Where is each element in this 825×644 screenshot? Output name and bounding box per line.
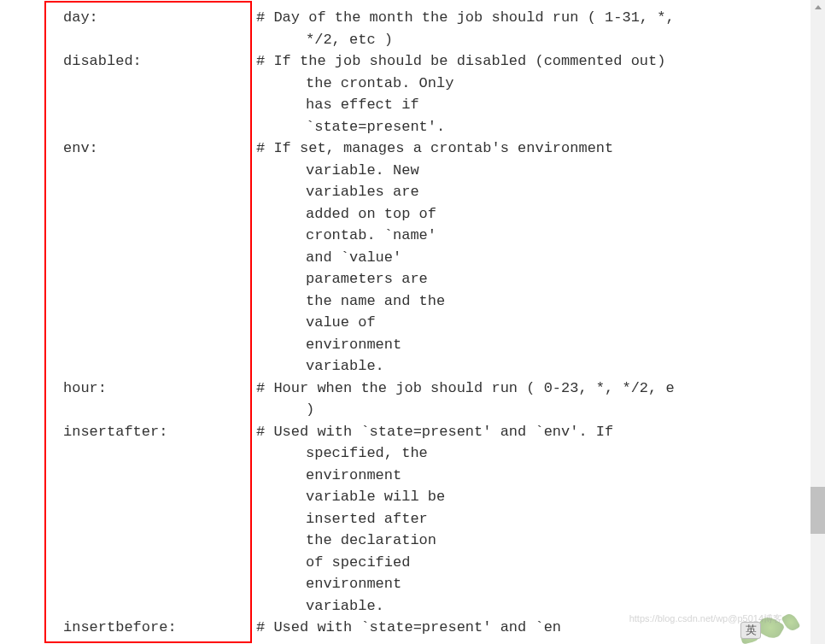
param-cont: the name and the [44, 290, 808, 313]
param-cont: */2, etc ) [44, 29, 808, 51]
param-cont: environment [44, 334, 808, 356]
param-name: disabled: [44, 50, 256, 73]
param-cont: of specified [44, 552, 808, 574]
param-cont: environment [44, 573, 808, 595]
param-cont: variable. [44, 355, 808, 378]
param-row-insertafter: insertafter: # Used with `state=present'… [44, 421, 808, 443]
doc-content: day: # Day of the month the job should r… [0, 0, 825, 644]
param-cont: parameters are [44, 268, 808, 290]
param-cont: the crontab. Only [44, 73, 808, 95]
param-cont: variable. New [44, 160, 808, 182]
param-cont: variable will be [44, 486, 808, 508]
param-cont: crontab. `name' [44, 225, 808, 247]
param-cont: specified, the [44, 442, 808, 465]
param-cont: value of [44, 312, 808, 334]
param-cont: variable. [44, 595, 808, 618]
param-desc: # Hour when the job should run ( 0-23, *… [256, 378, 808, 400]
param-row-env: env: # If set, manages a crontab's envir… [44, 138, 808, 160]
param-desc: # If set, manages a crontab's environmen… [256, 138, 808, 160]
param-row-day: day: # Day of the month the job should r… [44, 7, 808, 29]
param-row-insertbefore: insertbefore: # Used with `state=present… [44, 617, 808, 639]
param-cont: `state=present'. [44, 116, 808, 138]
param-cont: environment [44, 465, 808, 487]
param-desc: # If the job should be disabled (comment… [256, 50, 808, 73]
param-cont: inserted after [44, 508, 808, 530]
param-row-disabled: disabled: # If the job should be disable… [44, 50, 808, 73]
param-cont: variables are [44, 181, 808, 203]
scrollbar-thumb[interactable] [810, 487, 825, 534]
param-cont: the declaration [44, 530, 808, 552]
scrollbar-arrow-up-icon[interactable] [810, 0, 825, 15]
param-name: insertafter: [44, 421, 256, 443]
scrollbar[interactable] [810, 0, 825, 644]
param-cont: has effect if [44, 94, 808, 116]
param-name: day: [44, 7, 256, 29]
param-cont: and `value' [44, 247, 808, 269]
param-desc: # Used with `state=present' and `env'. I… [256, 421, 808, 443]
param-row-hour: hour: # Hour when the job should run ( 0… [44, 378, 808, 400]
param-name: env: [44, 138, 256, 160]
param-desc: # Used with `state=present' and `en [256, 617, 808, 639]
param-name: hour: [44, 378, 256, 400]
param-desc: # Day of the month the job should run ( … [256, 7, 808, 29]
param-cont: added on top of [44, 203, 808, 225]
param-cont: ) [44, 399, 808, 421]
param-name: insertbefore: [44, 617, 256, 639]
